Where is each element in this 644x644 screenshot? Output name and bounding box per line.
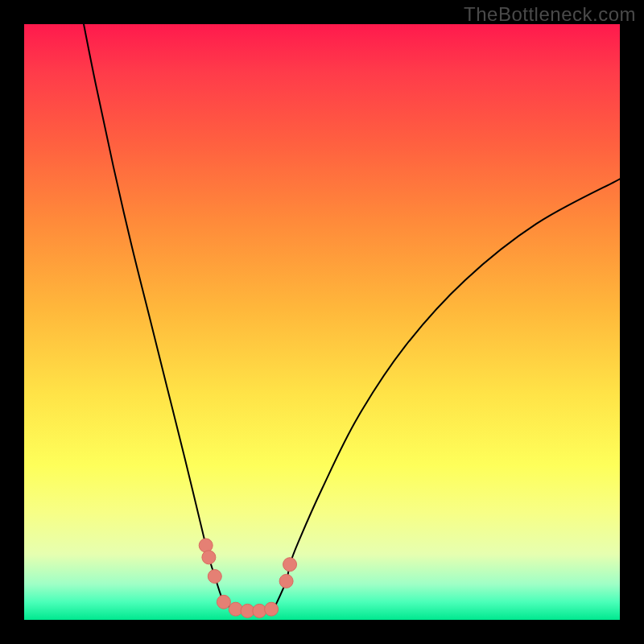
data-marker bbox=[199, 539, 213, 552]
chart-svg bbox=[24, 24, 620, 620]
data-marker bbox=[202, 551, 216, 564]
data-marker bbox=[265, 602, 279, 616]
data-marker bbox=[279, 574, 293, 588]
plot-area bbox=[24, 24, 620, 620]
data-marker bbox=[229, 602, 242, 616]
data-marker bbox=[217, 595, 230, 609]
curve-layer bbox=[84, 24, 620, 611]
data-marker bbox=[253, 604, 266, 617]
curve-left-branch bbox=[84, 24, 233, 608]
data-marker bbox=[208, 569, 221, 583]
marker-layer bbox=[199, 539, 296, 617]
watermark-text: TheBottleneck.com bbox=[464, 3, 636, 26]
curve-right-branch bbox=[275, 179, 620, 608]
outer-frame: TheBottleneck.com bbox=[0, 0, 644, 644]
data-marker bbox=[283, 558, 297, 572]
